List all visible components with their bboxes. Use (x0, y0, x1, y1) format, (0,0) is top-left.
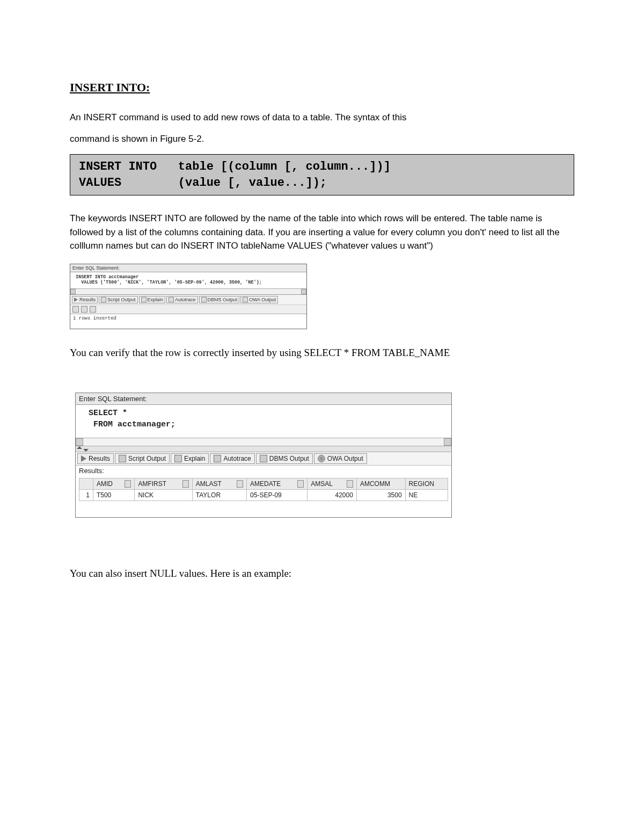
tab-autotrace[interactable]: Autotrace (166, 296, 198, 303)
result-message: 1 rows inserted (70, 314, 306, 329)
tab-explain[interactable]: Explain (139, 296, 166, 303)
scroll-left-icon[interactable] (70, 289, 76, 294)
output-tabs: Results Script Output Explain Autotrace … (76, 452, 451, 466)
intro-paragraph-line1: An INSERT command is used to add new row… (70, 111, 574, 125)
trace-icon (169, 297, 174, 302)
cell-amfirst: NICK (135, 489, 192, 501)
dbms-icon (201, 297, 207, 302)
tab-owa-output-label: OWA Output (327, 455, 363, 462)
horizontal-scrollbar[interactable] (76, 438, 451, 446)
col-amcomm[interactable]: AMCOMM (356, 478, 405, 489)
tab-explain[interactable]: Explain (171, 453, 209, 464)
horizontal-scrollbar[interactable] (70, 288, 306, 294)
cell-amid: T500 (93, 489, 135, 501)
pencil-icon[interactable] (72, 306, 79, 313)
dbms-icon (260, 455, 267, 462)
col-amedate[interactable]: AMEDATE (247, 478, 308, 489)
sql-panel-title: Enter SQL Statement: (70, 264, 306, 272)
explain-icon (174, 455, 182, 462)
sort-icon[interactable] (237, 480, 243, 488)
tab-script-output-label: Script Output (107, 297, 136, 302)
col-amfirst[interactable]: AMFIRST (135, 478, 192, 489)
col-amsal-label: AMSAL (311, 480, 333, 488)
col-region-label: REGION (409, 480, 434, 488)
owa-icon (243, 297, 248, 302)
play-icon (81, 455, 86, 462)
cell-region: NE (405, 489, 448, 501)
tab-explain-label: Explain (148, 297, 164, 302)
sql-panel-select: Enter SQL Statement: SELECT * FROM acctm… (75, 393, 452, 518)
intro-paragraph-line2: command is shown in Figure 5-2. (70, 132, 574, 146)
verify-paragraph: You can verify that the row is correctly… (70, 345, 574, 361)
cell-rownum: 1 (79, 489, 93, 501)
syntax-box: INSERT INTO table [(column [, column...]… (70, 154, 574, 195)
tab-results[interactable]: Results (72, 296, 98, 303)
play-icon (74, 298, 78, 302)
tab-autotrace[interactable]: Autotrace (210, 453, 254, 464)
col-amedate-label: AMEDATE (250, 480, 281, 488)
explain-icon (141, 297, 147, 302)
sort-icon[interactable] (347, 480, 353, 488)
globe-icon (318, 455, 325, 462)
sort-icon[interactable] (125, 480, 131, 488)
tab-owa-output[interactable]: OWA Output (240, 296, 278, 303)
col-amlast-label: AMLAST (196, 480, 222, 488)
col-amfirst-label: AMFIRST (138, 480, 166, 488)
sql-panel-insert: Enter SQL Statement: INSERT INTO acctman… (70, 264, 307, 329)
cell-amcomm: 3500 (356, 489, 405, 501)
table-row[interactable]: 1 T500 NICK TAYLOR 05-SEP-09 42000 3500 … (79, 489, 448, 501)
null-paragraph: You can also insert NULL values. Here is… (70, 566, 574, 582)
tab-results[interactable]: Results (77, 453, 114, 464)
tab-owa-output[interactable]: OWA Output (314, 453, 367, 464)
col-amid-label: AMID (97, 480, 113, 488)
tab-autotrace-label: Autotrace (175, 297, 196, 302)
scroll-right-icon[interactable] (444, 438, 451, 446)
output-tabs: Results Script Output Explain Autotrace … (70, 294, 306, 304)
tab-script-output[interactable]: Script Output (115, 453, 170, 464)
script-icon (119, 455, 126, 462)
splitter-handle[interactable] (76, 446, 451, 452)
tab-script-output[interactable]: Script Output (99, 296, 138, 303)
col-amid[interactable]: AMID (93, 478, 135, 489)
description-paragraph: The keywords INSERT INTO are followed by… (70, 212, 574, 253)
section-heading: INSERT INTO: (70, 81, 574, 95)
tab-results-label: Results (79, 297, 96, 302)
tab-dbms-output-label: DBMS Output (269, 455, 309, 462)
sort-icon[interactable] (182, 480, 189, 488)
results-label: Results: (76, 466, 451, 478)
sql-editor[interactable]: SELECT * FROM acctmanager; (76, 405, 451, 438)
tab-owa-output-label: OWA Output (249, 297, 276, 302)
tab-script-output-label: Script Output (128, 455, 166, 462)
scroll-right-icon[interactable] (301, 289, 306, 294)
cell-amlast: TAYLOR (192, 489, 246, 501)
results-table: AMID AMFIRST AMLAST AMEDATE AMSAL AMCOMM… (79, 478, 448, 501)
scroll-left-icon[interactable] (76, 438, 83, 446)
tab-autotrace-label: Autotrace (223, 455, 251, 462)
save-icon[interactable] (81, 306, 87, 313)
cell-amsal: 42000 (308, 489, 357, 501)
col-amsal[interactable]: AMSAL (308, 478, 357, 489)
tab-explain-label: Explain (184, 455, 205, 462)
col-rownum[interactable] (79, 478, 93, 489)
col-region[interactable]: REGION (405, 478, 448, 489)
col-amlast[interactable]: AMLAST (192, 478, 246, 489)
script-icon (101, 297, 106, 302)
sql-panel-title: Enter SQL Statement: (76, 393, 451, 405)
col-amcomm-label: AMCOMM (360, 480, 390, 488)
table-header-row: AMID AMFIRST AMLAST AMEDATE AMSAL AMCOMM… (79, 478, 448, 489)
tab-dbms-output[interactable]: DBMS Output (199, 296, 240, 303)
result-toolbar (70, 304, 306, 314)
print-icon[interactable] (90, 306, 96, 313)
cell-amedate: 05-SEP-09 (247, 489, 308, 501)
tab-results-label: Results (89, 455, 110, 462)
tab-dbms-output[interactable]: DBMS Output (256, 453, 313, 464)
tab-dbms-output-label: DBMS Output (208, 297, 238, 302)
sql-editor[interactable]: INSERT INTO acctmanager VALUES ('T500', … (70, 272, 306, 288)
trace-icon (214, 455, 221, 462)
sort-icon[interactable] (297, 480, 304, 488)
